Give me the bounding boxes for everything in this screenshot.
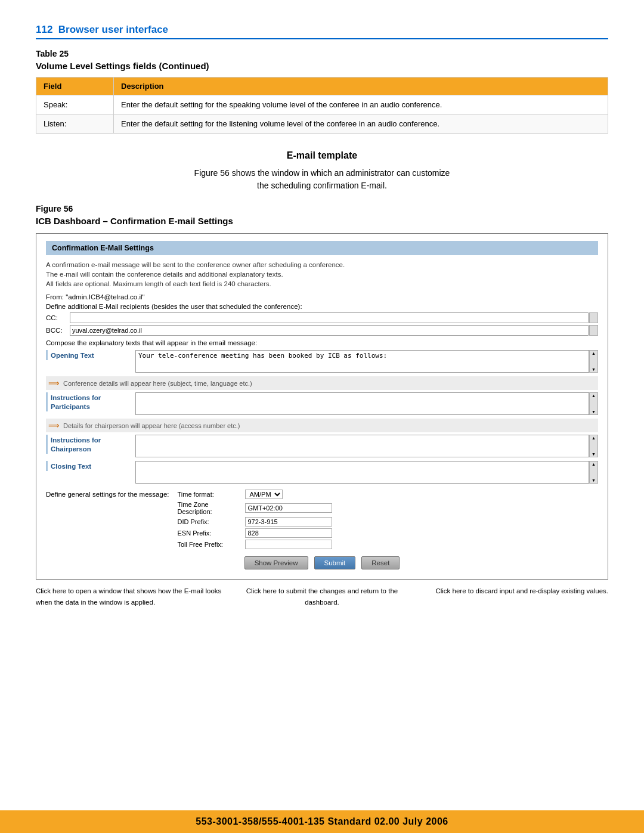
closing-text-ta-row: ▲ ▼ [135, 461, 598, 484]
col-header-description: Description [114, 78, 608, 95]
cc-row: CC: [46, 312, 598, 323]
closing-text-input-area: ▲ ▼ [135, 461, 598, 484]
bcc-input[interactable] [70, 325, 589, 336]
bcc-scrollbar [589, 325, 598, 336]
did-prefix-label: DID Prefix: [177, 518, 243, 525]
arrow-row-2: ⟹ Details for chairperson will appear he… [46, 419, 598, 432]
section-number: 112 [36, 24, 52, 35]
closing-text-scroll: ▲ ▼ [589, 461, 598, 484]
col-header-field: Field [36, 78, 114, 95]
field-speak: Speak: [36, 95, 114, 114]
instructions-participants-textarea[interactable] [135, 392, 589, 415]
table-title: Volume Level Settings fields (Continued) [36, 61, 608, 71]
page-footer: 553-3001-358/555-4001-135 Standard 02.00… [0, 810, 644, 833]
instructions-chairperson-label: Instructions for Chairperson [46, 435, 135, 454]
icb-compose-text: Compose the explanatory texts that will … [46, 339, 598, 346]
footer-text: 553-3001-358/555-4001-135 Standard 02.00… [196, 816, 448, 827]
bcc-label: BCC: [46, 327, 70, 334]
arrow-icon-1: ⟹ [48, 379, 60, 388]
bcc-row: BCC: [46, 325, 598, 336]
instructions-participants-label: Instructions for Participants [46, 392, 135, 411]
submit-button[interactable]: Submit [314, 556, 356, 569]
figure-title: ICB Dashboard – Confirmation E-mail Sett… [36, 216, 608, 226]
time-format-label: Time format: [177, 491, 243, 498]
timezone-label: Time Zone Description: [177, 501, 243, 515]
page-wrapper: 112 Browser user interface Table 25 Volu… [0, 0, 644, 833]
buttons-row: Show Preview Submit Reset [46, 556, 598, 569]
volume-settings-table: Field Description Speak: Enter the defau… [36, 77, 608, 134]
instructions-chairperson-input-area: ▲ ▼ [135, 435, 598, 457]
toll-free-label: Toll Free Prefix: [177, 541, 243, 548]
icb-from-row: From: "admin.ICB4@telrad.co.il" [46, 293, 598, 301]
desc-listen: Enter the default setting for the listen… [114, 114, 608, 134]
table-number: Table 25 [36, 49, 608, 58]
callout-area: Click here to open a window that shows h… [36, 586, 608, 608]
from-value: "admin.ICB4@telrad.co.il" [66, 293, 144, 301]
esn-prefix-label: ESN Prefix: [177, 529, 243, 537]
time-format-select[interactable]: AM/PM 24H [245, 490, 283, 499]
opening-text-input-area: Your tele-conference meeting has been bo… [135, 350, 598, 373]
main-content: 112 Browser user interface Table 25 Volu… [0, 0, 644, 810]
instructions-participants-scroll: ▲ ▼ [589, 392, 598, 415]
from-label: From: [46, 293, 64, 301]
instructions-chairperson-ta-row: ▲ ▼ [135, 435, 598, 457]
figure-number: Figure 56 [36, 204, 608, 213]
opening-text-block: Opening Text Your tele-conference meetin… [46, 350, 598, 373]
email-template-heading: E-mail template [36, 150, 608, 161]
cc-input[interactable] [70, 312, 589, 323]
callout-left: Click here to open a window that shows h… [36, 586, 222, 608]
opening-text-ta-row: Your tele-conference meeting has been bo… [135, 350, 598, 373]
arrow-row-1: ⟹ Conference details will appear here (s… [46, 376, 598, 390]
instructions-participants-block: Instructions for Participants ▲ ▼ [46, 392, 598, 415]
closing-text-block: Closing Text ▲ ▼ [46, 461, 598, 484]
instructions-chairperson-textarea[interactable] [135, 435, 589, 457]
opening-text-textarea[interactable]: Your tele-conference meeting has been bo… [135, 350, 589, 373]
email-template-desc: Figure 56 shows the window in which an a… [36, 167, 608, 192]
esn-prefix-input[interactable] [245, 528, 332, 538]
did-prefix-row: DID Prefix: [177, 517, 332, 527]
general-settings-fields: Time format: AM/PM 24H Time Zone Descrip… [177, 490, 332, 549]
callout-center: Click here to submit the changes and ret… [228, 586, 415, 608]
table-row: Speak: Enter the default setting for the… [36, 95, 608, 114]
desc-speak: Enter the default setting for the speaki… [114, 95, 608, 114]
opening-text-label: Opening Text [46, 350, 135, 360]
icb-dashboard-screenshot: Confirmation E-Mail Settings A confirmat… [36, 233, 608, 580]
time-format-row: Time format: AM/PM 24H [177, 490, 332, 499]
table-row: Listen: Enter the default setting for th… [36, 114, 608, 134]
arrow-text-2: Details for chairperson will appear here… [63, 422, 240, 429]
timezone-input[interactable] [245, 503, 332, 513]
bottom-section: Define general settings for the message:… [46, 490, 598, 549]
callout-right: Click here to discard input and re-displ… [422, 586, 608, 608]
instructions-participants-ta-row: ▲ ▼ [135, 392, 598, 415]
icb-intro-text: A confirmation e-mail message will be se… [46, 260, 598, 289]
reset-button[interactable]: Reset [361, 556, 400, 569]
closing-text-label: Closing Text [46, 461, 135, 471]
cc-scrollbar [589, 312, 598, 323]
general-settings-label: Define general settings for the message: [46, 490, 169, 498]
instructions-participants-input-area: ▲ ▼ [135, 392, 598, 415]
instructions-chairperson-block: Instructions for Chairperson ▲ ▼ [46, 435, 598, 457]
section-heading: 112 Browser user interface [36, 24, 608, 39]
timezone-row: Time Zone Description: [177, 501, 332, 515]
esn-prefix-row: ESN Prefix: [177, 528, 332, 538]
section-title: Browser user interface [58, 24, 168, 35]
instructions-chairperson-scroll: ▲ ▼ [589, 435, 598, 457]
cc-label: CC: [46, 314, 70, 321]
show-preview-button[interactable]: Show Preview [244, 556, 308, 569]
arrow-text-1: Conference details will appear here (sub… [63, 380, 252, 387]
icb-define-text: Define additional E-Mail recipients (bes… [46, 303, 598, 310]
arrow-icon-2: ⟹ [48, 421, 60, 430]
icb-inner: Confirmation E-Mail Settings A confirmat… [36, 234, 608, 579]
opening-text-scroll: ▲ ▼ [589, 350, 598, 373]
toll-free-input[interactable] [245, 540, 332, 549]
field-listen: Listen: [36, 114, 114, 134]
did-prefix-input[interactable] [245, 517, 332, 527]
closing-text-textarea[interactable] [135, 461, 589, 484]
icb-dashboard-header: Confirmation E-Mail Settings [46, 241, 598, 255]
toll-free-row: Toll Free Prefix: [177, 540, 332, 549]
